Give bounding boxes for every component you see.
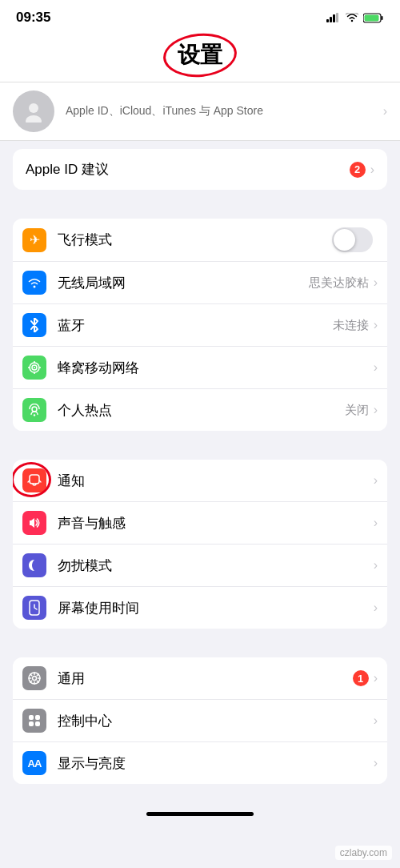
svg-rect-5 xyxy=(382,16,383,20)
dnd-chevron: › xyxy=(374,558,378,573)
bluetooth-icon xyxy=(22,313,46,337)
gap-1 xyxy=(0,141,400,149)
bluetooth-label: 蓝牙 xyxy=(58,316,333,335)
svg-point-9 xyxy=(34,286,36,288)
nav-bar: 设置 xyxy=(0,35,400,82)
home-indicator xyxy=(0,800,400,827)
svg-rect-21 xyxy=(29,721,34,726)
apple-id-row[interactable]: Apple ID、iCloud、iTunes 与 App Store › xyxy=(0,82,400,141)
general-item[interactable]: 通用 1 › xyxy=(13,657,387,700)
wifi-icon xyxy=(346,13,358,22)
svg-rect-19 xyxy=(29,715,34,720)
hotspot-label: 个人热点 xyxy=(58,401,345,420)
svg-rect-6 xyxy=(365,14,379,21)
general-icon xyxy=(22,666,46,690)
screentime-item[interactable]: 屏幕使用时间 › xyxy=(13,587,387,629)
svg-point-14 xyxy=(34,414,35,416)
display-icon: AA xyxy=(22,751,46,775)
dnd-label: 勿扰模式 xyxy=(58,557,374,575)
dnd-item[interactable]: 勿扰模式 › xyxy=(13,545,387,587)
wifi-chevron: › xyxy=(374,275,378,290)
general-chevron: › xyxy=(374,671,378,685)
network-group: ✈ 飞行模式 无线局域网 思美达胶粘 › 蓝牙 未连接 › xyxy=(13,219,387,431)
general-badge: 1 xyxy=(353,670,369,686)
general-label: 通用 xyxy=(58,669,353,688)
cellular-item[interactable]: 蜂窝移动网络 › xyxy=(13,347,387,389)
hotspot-chevron: › xyxy=(374,403,378,417)
svg-rect-1 xyxy=(330,17,332,22)
hotspot-item[interactable]: 个人热点 关闭 › xyxy=(13,389,387,431)
sounds-icon xyxy=(22,511,46,535)
apple-id-subtitle: Apple ID、iCloud、iTunes 与 App Store xyxy=(66,104,383,119)
control-chevron: › xyxy=(374,713,378,728)
page-title: 设置 xyxy=(178,40,222,70)
svg-point-13 xyxy=(32,407,37,412)
avatar xyxy=(13,90,54,132)
bluetooth-value: 未连接 xyxy=(333,318,369,333)
svg-rect-15 xyxy=(30,475,39,484)
screentime-icon xyxy=(22,596,46,620)
airplane-label: 飞行模式 xyxy=(58,231,332,249)
cellular-icon xyxy=(22,356,46,380)
notifications-label: 通知 xyxy=(58,472,374,490)
suggestion-label: Apple ID 建议 xyxy=(26,160,350,179)
watermark: czlaby.com xyxy=(335,846,392,860)
dnd-icon xyxy=(22,553,46,577)
display-item[interactable]: AA 显示与亮度 › xyxy=(13,742,387,784)
display-chevron: › xyxy=(374,756,378,770)
airplane-toggle[interactable] xyxy=(332,227,373,252)
signal-icon xyxy=(326,13,341,22)
cellular-chevron: › xyxy=(374,360,378,375)
apple-id-suggestion[interactable]: Apple ID 建议 2 › xyxy=(13,149,387,190)
screentime-label: 屏幕使用时间 xyxy=(58,599,374,617)
control-label: 控制中心 xyxy=(58,712,374,730)
airplane-icon: ✈ xyxy=(22,228,46,252)
notifications-group: 通知 › 声音与触感 › 勿扰模式 › xyxy=(13,460,387,629)
notifications-chevron: › xyxy=(374,473,378,488)
home-bar xyxy=(146,812,254,816)
wifi-item[interactable]: 无线局域网 思美达胶粘 › xyxy=(13,262,387,304)
toggle-knob xyxy=(334,229,355,251)
svg-rect-3 xyxy=(336,13,338,22)
gap-2 xyxy=(0,190,400,219)
svg-rect-20 xyxy=(35,715,40,720)
svg-rect-2 xyxy=(333,14,335,22)
notifications-item[interactable]: 通知 › xyxy=(13,460,387,502)
cellular-label: 蜂窝移动网络 xyxy=(58,359,374,377)
screentime-chevron: › xyxy=(374,601,378,615)
svg-point-18 xyxy=(33,677,37,681)
gap-4 xyxy=(0,629,400,657)
airplane-mode-item[interactable]: ✈ 飞行模式 xyxy=(13,219,387,262)
suggestion-badge: 2 xyxy=(350,162,366,178)
apple-id-chevron: › xyxy=(383,104,387,119)
svg-point-8 xyxy=(26,115,42,123)
display-label: 显示与亮度 xyxy=(58,754,374,773)
status-bar: 09:35 xyxy=(0,0,400,35)
gap-3 xyxy=(0,431,400,460)
sounds-label: 声音与触感 xyxy=(58,514,374,532)
svg-rect-22 xyxy=(35,721,40,726)
sounds-item[interactable]: 声音与触感 › xyxy=(13,502,387,545)
general-group: 通用 1 › 控制中心 › AA 显示与亮度 › xyxy=(13,657,387,784)
hotspot-icon xyxy=(22,398,46,422)
wifi-value: 思美达胶粘 xyxy=(309,275,369,291)
status-time: 09:35 xyxy=(16,10,50,26)
svg-point-7 xyxy=(29,103,38,113)
wifi-label: 无线局域网 xyxy=(58,274,309,292)
svg-rect-0 xyxy=(326,19,329,22)
hotspot-value: 关闭 xyxy=(345,403,369,418)
control-icon xyxy=(22,709,46,733)
notifications-icon xyxy=(22,468,46,492)
sounds-chevron: › xyxy=(374,516,378,530)
status-icons xyxy=(326,13,384,23)
wifi-settings-icon xyxy=(22,271,46,295)
battery-icon xyxy=(363,13,384,23)
svg-point-12 xyxy=(34,367,35,368)
control-item[interactable]: 控制中心 › xyxy=(13,700,387,742)
bluetooth-chevron: › xyxy=(374,318,378,332)
suggestion-chevron: › xyxy=(370,163,374,177)
bluetooth-item[interactable]: 蓝牙 未连接 › xyxy=(13,304,387,347)
